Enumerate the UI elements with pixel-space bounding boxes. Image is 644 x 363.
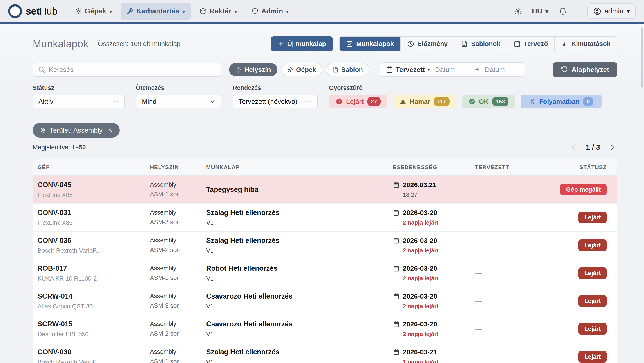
search-input[interactable]	[49, 66, 216, 73]
chevron-down-icon: ▾	[286, 8, 289, 15]
nav-item-admin[interactable]: Admin ▾	[246, 3, 294, 20]
due-cell: 2026-03-20 2 napja lejárt	[393, 237, 475, 254]
count-badge: 117	[434, 97, 450, 106]
tab-tervezo[interactable]: Tervező	[507, 37, 555, 51]
status-cell: Lejárt	[578, 326, 607, 333]
nav-item-gepek[interactable]: Gépek ▾	[69, 3, 118, 20]
table-row[interactable]: SCRW-014 Atlas Copco QST 30 Assembly ASM…	[33, 287, 617, 315]
status-badge: Lejárt	[578, 295, 607, 307]
pagination: 1 / 3	[569, 143, 617, 152]
status-filter-select[interactable]: Aktív	[32, 95, 125, 108]
chevron-down-icon: ▾	[109, 8, 112, 15]
machine-code: SCRW-015	[38, 320, 150, 328]
vertical-scrollbar[interactable]	[641, 27, 643, 88]
quick-filter-ok[interactable]: OK 153	[462, 95, 516, 108]
page-indicator: 1 / 3	[586, 143, 600, 152]
results-meta-row: Megjelenítve: 1–50 1 / 3	[32, 143, 617, 152]
location-area: Assembly	[150, 293, 206, 300]
brand[interactable]: setHub	[8, 4, 57, 18]
planned-value: —	[475, 214, 482, 221]
table-header: GÉP HELYSZÍN MUNKALAP ESEDÉKESSÉG TERVEZ…	[33, 159, 617, 176]
status-cell: Lejárt	[578, 270, 607, 277]
machine-cell: CONV-036 Bosch Rexroth VarioF...	[38, 237, 150, 254]
worksheet-title: Szalag Heti ellenorzés	[206, 237, 393, 245]
location-line: ASM-3 sor	[150, 302, 206, 309]
tab-kimutatasok[interactable]: Kimutatások	[555, 37, 617, 51]
table-row[interactable]: CONV-031 FlexLink X85 Assembly ASM-3 sor…	[33, 204, 617, 232]
exclamation-circle-icon	[336, 98, 342, 105]
quick-filter-lejart[interactable]: Lejárt 27	[329, 95, 388, 108]
worksheet-version: V1	[206, 275, 393, 282]
table-row[interactable]: CONV-030 Bosch Rexroth VarioF... Assembl…	[33, 343, 617, 363]
machine-cell: CONV-030 Bosch Rexroth VarioF...	[38, 348, 150, 363]
tab-elozmeny[interactable]: Előzmény	[401, 37, 454, 51]
scope-chip-helyszin[interactable]: Helyszín	[229, 63, 277, 76]
active-filters-row: Terület: Assembly	[32, 123, 617, 138]
worksheet-version: V1	[206, 331, 393, 338]
table-row[interactable]: CONV-045 FlexLink X85 Assembly ASM-1 sor…	[33, 176, 617, 204]
brand-logo-icon	[8, 4, 22, 18]
file-icon	[461, 40, 468, 47]
search-box	[32, 63, 222, 77]
location-line: ASM-1 sor	[150, 275, 206, 282]
theme-toggle-button[interactable]	[514, 7, 522, 15]
table-row[interactable]: SCRW-015 Desoutter EBL 550 Assembly ASM-…	[33, 315, 617, 343]
machine-code: CONV-045	[38, 181, 150, 189]
due-cell: 2026-03-20 2 napja lejárt	[393, 293, 475, 310]
schedule-filter-select[interactable]: Mind	[136, 95, 222, 108]
due-date: 2026-03-21	[403, 348, 437, 356]
status-cell: Lejárt	[578, 298, 607, 305]
planned-cell: —	[475, 242, 549, 249]
date-from-input[interactable]: Dátum	[435, 66, 469, 73]
quick-filter-chips: Lejárt 27 Hamar 117 OK 153 Folyamatban 0	[329, 95, 602, 108]
previous-page-button[interactable]	[569, 143, 578, 152]
page-title: Munkalapok	[32, 38, 88, 50]
status-badge: Gép megállt	[560, 184, 607, 195]
due-cell: 2026-03-21 1 napja lejárt	[393, 348, 475, 363]
active-filter-chip-area[interactable]: Terület: Assembly	[32, 123, 120, 138]
due-note: 2 napja lejárt	[403, 275, 475, 282]
table-row[interactable]: ROB-017 KUKA KR 10 R1100-2 Assembly ASM-…	[33, 259, 617, 287]
calendar-icon	[393, 265, 400, 272]
next-page-button[interactable]	[608, 143, 617, 152]
reset-filters-button[interactable]: Alaphelyzet	[553, 62, 617, 77]
quick-filter-hamar[interactable]: Hamar 117	[393, 95, 456, 108]
due-note: 2 napja lejárt	[403, 303, 475, 310]
bell-icon	[558, 7, 567, 15]
scope-chip-gepek[interactable]: Gépek	[281, 63, 322, 76]
count-badge: 153	[492, 97, 508, 106]
quick-filter-folyamatban[interactable]: Folyamatban 0	[520, 95, 602, 108]
user-menu-button[interactable]: admin ▾	[587, 3, 636, 19]
date-field-selector[interactable]: Tervezett ▾	[386, 66, 430, 73]
status-cell: Lejárt	[578, 353, 607, 360]
new-worksheet-button[interactable]: Új munkalap	[271, 36, 333, 51]
bar-chart-icon	[561, 40, 568, 47]
chevron-down-icon: ▾	[234, 8, 237, 15]
tab-sablonok[interactable]: Sablonok	[454, 37, 507, 51]
language-selector[interactable]: HU ▾	[532, 7, 549, 15]
scope-chip-sablon[interactable]: Sablon	[326, 63, 369, 76]
tab-munkalapok[interactable]: Munkalapok	[340, 37, 401, 51]
machine-cell: SCRW-014 Atlas Copco QST 30	[38, 292, 150, 310]
location-cell: Assembly ASM-2 sor	[150, 237, 206, 254]
filter-row: Státusz Aktív Ütemezés Mind Rendezés Ter…	[32, 84, 617, 108]
nav-item-raktar[interactable]: Raktár ▾	[194, 3, 243, 20]
nav-item-karbantartas[interactable]: Karbantartás ▾	[120, 3, 191, 20]
sort-select[interactable]: Tervezett (növekvő)	[233, 95, 318, 108]
brand-text: setHub	[26, 5, 57, 17]
table-row[interactable]: CONV-036 Bosch Rexroth VarioF... Assembl…	[33, 232, 617, 259]
location-cell: Assembly ASM-1 sor	[150, 265, 206, 282]
worksheet-title: Csavarozo Heti ellenorzés	[206, 292, 393, 300]
total-count-label: Összesen: 109 db munkalap	[98, 40, 180, 48]
chevron-down-icon: ▾	[182, 8, 185, 15]
clock-icon	[407, 40, 414, 47]
date-to-input[interactable]: Dátum	[485, 66, 519, 73]
status-badge: Lejárt	[578, 239, 607, 251]
worksheet-title: Robot Heti ellenorzés	[206, 264, 393, 273]
close-icon[interactable]	[108, 128, 113, 133]
calendar-icon	[393, 293, 400, 300]
due-note: 18:27	[403, 191, 475, 198]
due-date: 2026-03-20	[403, 209, 437, 217]
header-actions: Új munkalap Munkalapok Előzmény Sablonok	[271, 36, 617, 51]
notifications-button[interactable]	[558, 7, 567, 15]
